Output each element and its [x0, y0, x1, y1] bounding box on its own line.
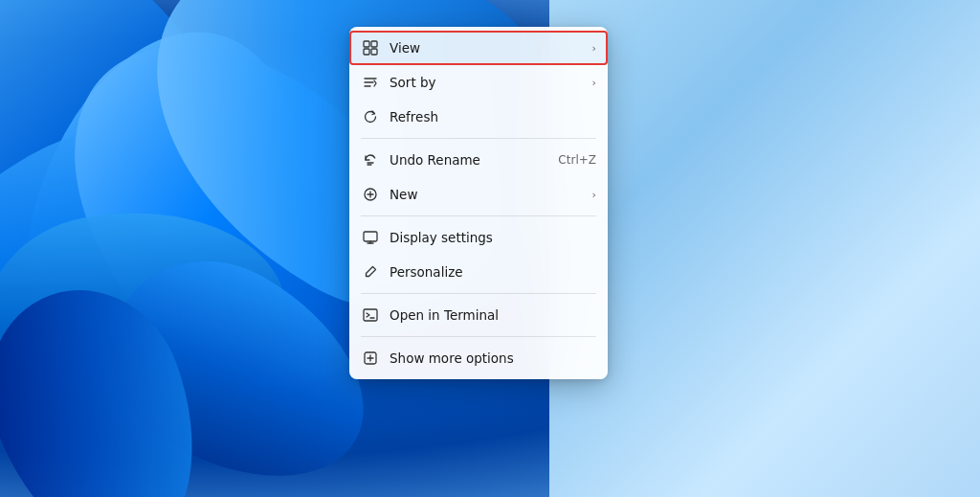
refresh-icon [361, 107, 380, 126]
menu-item-undo-rename[interactable]: Undo RenameCtrl+Z [349, 143, 608, 177]
refresh-label: Refresh [390, 109, 596, 124]
undo-rename-shortcut: Ctrl+Z [558, 153, 596, 167]
show-more-options-label: Show more options [390, 350, 596, 366]
svg-rect-0 [364, 41, 369, 47]
display-settings-icon [361, 228, 380, 247]
show-more-options-icon [361, 349, 380, 368]
personalize-label: Personalize [390, 264, 596, 280]
svg-rect-2 [364, 49, 369, 55]
open-in-terminal-icon [361, 305, 380, 325]
new-label: New [390, 187, 583, 202]
menu-item-personalize[interactable]: Personalize [349, 255, 608, 289]
sort-by-arrow: › [592, 77, 596, 89]
menu-item-sort-by[interactable]: Sort by› [349, 65, 608, 100]
svg-rect-3 [371, 49, 377, 55]
undo-rename-icon [361, 150, 380, 169]
undo-rename-label: Undo Rename [390, 152, 548, 168]
menu-item-new[interactable]: New› [349, 177, 608, 212]
svg-rect-13 [364, 309, 377, 321]
view-arrow: › [592, 42, 596, 55]
view-icon [361, 38, 380, 57]
view-label: View [390, 40, 583, 56]
personalize-icon [361, 262, 380, 282]
menu-item-show-more-options[interactable]: Show more options [349, 341, 608, 375]
sort-by-label: Sort by [390, 75, 583, 90]
menu-item-display-settings[interactable]: Display settings [349, 220, 608, 255]
display-settings-label: Display settings [390, 230, 596, 245]
context-menu: View› Sort by› Refresh Undo RenameCtrl+Z… [349, 27, 608, 379]
svg-rect-10 [364, 232, 377, 241]
open-in-terminal-label: Open in Terminal [390, 307, 596, 323]
menu-item-view[interactable]: View› [349, 31, 608, 65]
menu-item-refresh[interactable]: Refresh [349, 100, 608, 134]
desktop-bg-right [549, 0, 980, 497]
sort-by-icon [361, 73, 380, 92]
menu-divider [361, 336, 596, 337]
menu-item-open-in-terminal[interactable]: Open in Terminal [349, 298, 608, 332]
menu-divider [361, 293, 596, 294]
svg-rect-1 [371, 41, 377, 47]
new-arrow: › [592, 189, 596, 201]
new-icon [361, 185, 380, 204]
menu-divider [361, 215, 596, 216]
menu-divider [361, 138, 596, 139]
